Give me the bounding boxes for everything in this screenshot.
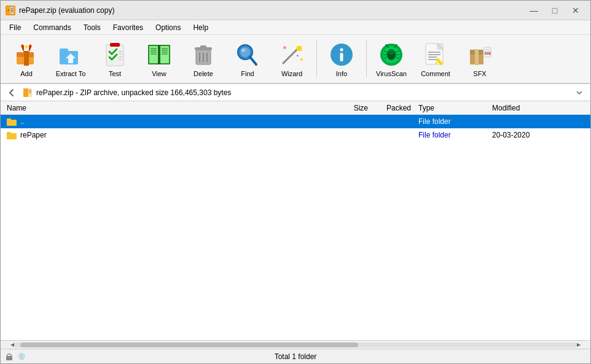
comment-icon <box>422 41 449 68</box>
svg-marker-11 <box>24 44 29 49</box>
file-modified-cell: 20-03-2020 <box>488 131 568 139</box>
col-header-type[interactable]: Type <box>415 103 488 114</box>
view-button[interactable]: View <box>138 37 180 80</box>
scroll-right-arrow[interactable]: ▶ <box>577 342 581 347</box>
comment-button[interactable]: Comment <box>415 37 456 80</box>
back-button[interactable] <box>4 85 19 100</box>
file-type-cell: File folder <box>415 117 488 126</box>
status-bar: 💿 Total 1 folder <box>1 349 590 363</box>
svg-point-48 <box>241 48 245 52</box>
svg-rect-9 <box>24 51 29 66</box>
col-header-name[interactable]: Name <box>3 103 323 114</box>
title-bar: Z rePaper.zip (evaluation copy) — □ ✕ <box>1 1 590 20</box>
wizard-icon <box>278 41 305 68</box>
svg-point-58 <box>340 48 343 51</box>
virusscan-icon <box>378 41 405 68</box>
svg-rect-13 <box>60 48 68 52</box>
menu-item-options[interactable]: Options <box>149 22 187 33</box>
file-list: .. File folder rePaper File folder 20-03… <box>1 115 590 340</box>
add-label: Add <box>20 70 33 77</box>
path-dropdown-button[interactable] <box>572 84 587 101</box>
menu-bar: FileCommandsToolsFavoritesOptionsHelp <box>1 20 590 35</box>
add-button[interactable]: Add <box>6 37 47 80</box>
svg-rect-4 <box>10 9 14 10</box>
find-label: Find <box>241 70 254 77</box>
svg-point-46 <box>240 47 250 57</box>
svg-marker-52 <box>296 54 299 56</box>
table-row[interactable]: rePaper File folder 20-03-2020 <box>1 128 590 142</box>
svg-point-67 <box>388 50 394 55</box>
window-title: rePaper.zip (evaluation copy) <box>19 6 114 15</box>
wizard-button[interactable]: Wizard <box>271 37 313 80</box>
add-icon <box>13 41 40 68</box>
delete-button[interactable]: Delete <box>182 37 224 80</box>
horizontal-scrollbar[interactable]: ◀ ▶ <box>1 340 590 349</box>
svg-rect-37 <box>158 45 160 64</box>
status-lock-icon <box>6 353 15 360</box>
svg-rect-15 <box>106 45 123 66</box>
virusscan-button[interactable]: VirusScan <box>370 37 412 80</box>
menu-item-tools[interactable]: Tools <box>77 22 107 33</box>
svg-text:EXE: EXE <box>485 52 491 55</box>
extract-to-button[interactable]: Extract To <box>50 37 92 80</box>
svg-line-49 <box>283 48 298 63</box>
info-label: Info <box>336 70 347 77</box>
col-header-packed[interactable]: Packed <box>372 103 415 114</box>
col-header-size[interactable]: Size <box>323 103 372 114</box>
zip-path-icon <box>23 88 33 98</box>
file-name: rePaper <box>20 131 47 139</box>
svg-point-64 <box>385 44 388 47</box>
file-area: Name Size Packed Type Modified .. File f… <box>1 101 590 340</box>
file-type-cell: File folder <box>415 131 488 139</box>
menu-item-help[interactable]: Help <box>187 22 214 33</box>
menu-item-commands[interactable]: Commands <box>27 22 77 33</box>
test-icon <box>101 41 128 68</box>
status-left-icons: 💿 <box>6 353 25 360</box>
menu-item-favorites[interactable]: Favorites <box>107 22 149 33</box>
svg-rect-96 <box>7 118 11 121</box>
archive-info: ZIP archive, unpacked size 166,465,303 b… <box>80 88 231 97</box>
delete-icon <box>190 41 217 68</box>
virusscan-label: VirusScan <box>376 70 407 77</box>
svg-rect-5 <box>10 10 14 11</box>
find-button[interactable]: Find <box>227 37 268 80</box>
scroll-thumb[interactable] <box>20 343 358 347</box>
status-text: Total 1 folder <box>275 352 317 361</box>
file-name: .. <box>20 117 25 126</box>
svg-point-65 <box>395 44 397 47</box>
close-button[interactable]: ✕ <box>566 4 585 17</box>
svg-rect-85 <box>475 49 479 65</box>
svg-rect-59 <box>340 53 343 61</box>
maximize-button[interactable]: □ <box>545 4 565 17</box>
folder-icon <box>7 117 17 126</box>
toolbar: Add Extract To <box>1 35 590 84</box>
table-row[interactable]: .. File folder <box>1 115 590 128</box>
file-name-cell: .. <box>3 117 323 126</box>
test-button[interactable]: Test <box>94 37 136 80</box>
svg-rect-98 <box>7 132 11 134</box>
sfx-icon: EXE <box>466 41 493 68</box>
app-icon: Z <box>6 6 15 15</box>
svg-line-47 <box>250 57 256 64</box>
archive-path-text: rePaper.zip - ZIP archive, unpacked size… <box>36 88 231 97</box>
sfx-button[interactable]: EXE SFX <box>459 37 501 80</box>
title-controls: — □ ✕ <box>524 4 585 17</box>
toolbar-separator-2 <box>366 41 367 77</box>
svg-rect-41 <box>200 45 206 48</box>
svg-rect-90 <box>23 88 28 97</box>
path-content: rePaper.zip - ZIP archive, unpacked size… <box>23 88 568 98</box>
file-name-cell: rePaper <box>3 130 323 140</box>
svg-rect-3 <box>10 8 14 9</box>
view-icon <box>146 41 173 68</box>
menu-item-file[interactable]: File <box>3 22 27 33</box>
extract-to-label: Extract To <box>56 70 86 77</box>
info-button[interactable]: Info <box>321 37 362 80</box>
path-bar: rePaper.zip - ZIP archive, unpacked size… <box>1 84 590 101</box>
delete-label: Delete <box>194 70 213 77</box>
minimize-button[interactable]: — <box>524 4 544 17</box>
svg-rect-50 <box>297 46 302 51</box>
scroll-track[interactable] <box>14 343 577 347</box>
col-header-modified[interactable]: Modified <box>488 103 568 114</box>
view-label: View <box>152 70 166 77</box>
svg-rect-16 <box>110 43 120 47</box>
